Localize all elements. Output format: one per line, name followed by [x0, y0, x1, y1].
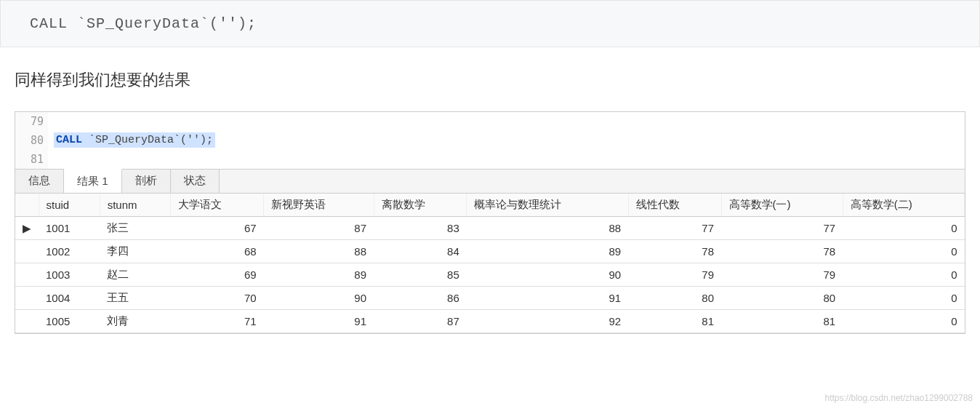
cell-value[interactable]: 78: [628, 240, 721, 263]
cell-value[interactable]: 87: [264, 217, 374, 240]
cell-value[interactable]: 0: [843, 263, 964, 287]
table-row[interactable]: 1005刘青7191879281810: [15, 310, 965, 333]
cell-value[interactable]: 78: [721, 240, 843, 263]
cell-value[interactable]: 0: [843, 310, 964, 333]
cell-value[interactable]: 90: [264, 287, 374, 310]
cell-value[interactable]: 91: [264, 310, 374, 333]
cell-value[interactable]: 81: [628, 310, 721, 333]
tab-status[interactable]: 状态: [171, 170, 220, 193]
line-number: 80: [15, 131, 48, 150]
table-row[interactable]: ▶1001张三6787838877770: [15, 217, 965, 240]
cell-value[interactable]: 90: [467, 263, 628, 287]
cell-value[interactable]: 84: [374, 240, 467, 263]
cell-stuid[interactable]: 1001: [39, 217, 100, 240]
code-line: [48, 112, 965, 131]
cell-value[interactable]: 68: [171, 240, 264, 263]
col-c5[interactable]: 线性代数: [628, 194, 721, 217]
cell-value[interactable]: 0: [843, 240, 964, 263]
cell-value[interactable]: 80: [721, 287, 843, 310]
cell-value[interactable]: 89: [467, 240, 628, 263]
col-stuid[interactable]: stuid: [39, 194, 100, 217]
tab-result-1[interactable]: 结果 1: [64, 169, 122, 193]
cell-value[interactable]: 79: [628, 263, 721, 287]
table-row[interactable]: 1003赵二6989859079790: [15, 263, 965, 287]
cell-value[interactable]: 89: [264, 263, 374, 287]
sql-highlight: CALL `SP_QueryData`('');: [54, 132, 215, 148]
cell-value[interactable]: 69: [171, 263, 264, 287]
table-row[interactable]: 1004王五7090869180800: [15, 287, 965, 310]
code-text: CALL `SP_QueryData`('');: [30, 15, 257, 32]
cell-stuid[interactable]: 1005: [39, 310, 100, 333]
cell-value[interactable]: 88: [467, 217, 628, 240]
code-line: [48, 150, 965, 169]
table-body: ▶1001张三67878388777701002李四68888489787801…: [15, 217, 965, 333]
query-result-panel: 79 80 CALL `SP_QueryData`(''); 81 信息 结果 …: [15, 111, 965, 334]
cell-value[interactable]: 86: [374, 287, 467, 310]
cell-value[interactable]: 79: [721, 263, 843, 287]
code-block: CALL `SP_QueryData`('');: [0, 0, 980, 47]
col-c6[interactable]: 高等数学(一): [721, 194, 843, 217]
cell-value[interactable]: 0: [843, 217, 964, 240]
cell-value[interactable]: 0: [843, 287, 964, 310]
cell-value[interactable]: 77: [721, 217, 843, 240]
cell-value[interactable]: 92: [467, 310, 628, 333]
col-c4[interactable]: 概率论与数理统计: [467, 194, 628, 217]
cell-stunm[interactable]: 赵二: [100, 263, 171, 287]
cell-stuid[interactable]: 1003: [39, 263, 100, 287]
cell-stunm[interactable]: 李四: [100, 240, 171, 263]
tab-info[interactable]: 信息: [15, 170, 64, 193]
cell-value[interactable]: 71: [171, 310, 264, 333]
cell-stunm[interactable]: 刘青: [100, 310, 171, 333]
cell-stunm[interactable]: 张三: [100, 217, 171, 240]
cell-stuid[interactable]: 1004: [39, 287, 100, 310]
cell-stunm[interactable]: 王五: [100, 287, 171, 310]
col-c7[interactable]: 高等数学(二): [843, 194, 964, 217]
cell-value[interactable]: 77: [628, 217, 721, 240]
table-header-row: stuid stunm 大学语文 新视野英语 离散数学 概率论与数理统计 线性代…: [15, 194, 965, 217]
cell-value[interactable]: 83: [374, 217, 467, 240]
line-number: 79: [15, 112, 48, 131]
cell-value[interactable]: 87: [374, 310, 467, 333]
row-indicator-icon: [15, 263, 39, 287]
col-c3[interactable]: 离散数学: [374, 194, 467, 217]
line-number: 81: [15, 150, 48, 169]
cell-value[interactable]: 91: [467, 287, 628, 310]
cell-value[interactable]: 67: [171, 217, 264, 240]
row-indicator-icon: ▶: [15, 217, 39, 240]
description-text: 同样得到我们想要的结果: [15, 69, 980, 91]
col-c2[interactable]: 新视野英语: [264, 194, 374, 217]
col-indicator: [15, 194, 39, 217]
code-rest: `SP_QueryData`('');: [82, 134, 213, 146]
keyword-call: CALL: [56, 134, 82, 146]
col-stunm[interactable]: stunm: [100, 194, 171, 217]
cell-value[interactable]: 81: [721, 310, 843, 333]
tab-profile[interactable]: 剖析: [122, 170, 171, 193]
cell-value[interactable]: 80: [628, 287, 721, 310]
table-row[interactable]: 1002李四6888848978780: [15, 240, 965, 263]
cell-value[interactable]: 70: [171, 287, 264, 310]
row-indicator-icon: [15, 287, 39, 310]
cell-value[interactable]: 85: [374, 263, 467, 287]
result-table: stuid stunm 大学语文 新视野英语 离散数学 概率论与数理统计 线性代…: [15, 194, 965, 333]
cell-value[interactable]: 88: [264, 240, 374, 263]
cell-stuid[interactable]: 1002: [39, 240, 100, 263]
row-indicator-icon: [15, 310, 39, 333]
code-line: CALL `SP_QueryData`('');: [48, 131, 965, 150]
result-tabs: 信息 结果 1 剖析 状态: [15, 169, 965, 194]
col-c1[interactable]: 大学语文: [171, 194, 264, 217]
row-indicator-icon: [15, 240, 39, 263]
sql-editor[interactable]: 79 80 CALL `SP_QueryData`(''); 81: [15, 112, 965, 169]
